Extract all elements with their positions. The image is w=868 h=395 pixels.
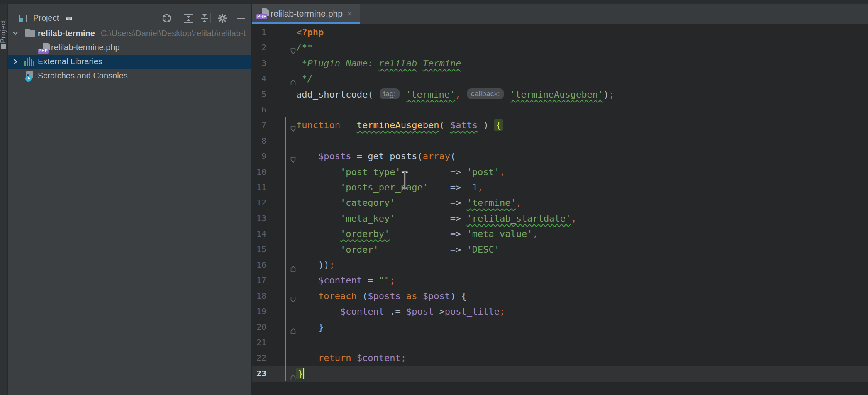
tab-close-icon[interactable]: ×: [347, 9, 352, 19]
code-text: 'meta_key' => 'relilab_startdate',: [296, 211, 577, 226]
line-number[interactable]: 10: [252, 164, 266, 180]
code-text: $content .= $post->post_title;: [296, 304, 505, 319]
code-line[interactable]: 12 'category' => 'termine',: [252, 195, 868, 211]
tree-item-label[interactable]: relilab-termine.php: [51, 43, 120, 52]
project-view-title[interactable]: Project: [33, 13, 59, 23]
code-line[interactable]: 1<?php: [252, 24, 868, 40]
line-number[interactable]: 14: [252, 226, 266, 241]
code-line[interactable]: 16 ));: [252, 257, 868, 273]
tool-window-indicator-icon: [1, 44, 6, 49]
fold-marker-up-icon[interactable]: [290, 261, 296, 268]
php-file-icon: PHP: [256, 8, 269, 19]
fold-marker-down-icon[interactable]: [290, 122, 296, 129]
fold-marker-down-icon[interactable]: [290, 293, 296, 300]
line-number[interactable]: 2: [252, 40, 266, 55]
fold-marker-up-icon[interactable]: [290, 324, 296, 331]
code-text: 'order' => 'DESC': [296, 242, 500, 257]
code-text: $posts = get_posts(array(: [296, 149, 456, 164]
line-number[interactable]: 17: [252, 273, 266, 288]
code-line[interactable]: 4 */: [252, 71, 868, 87]
code-text: foreach ($posts as $post) {: [296, 288, 467, 304]
code-line[interactable]: 21: [252, 335, 868, 351]
line-number[interactable]: 15: [252, 242, 266, 257]
code-lines[interactable]: 1<?php2/**3 *Plugin Name: relilab Termin…: [252, 24, 868, 395]
line-number[interactable]: 6: [252, 102, 266, 117]
code-line[interactable]: 3 *Plugin Name: relilab Termine: [252, 56, 868, 71]
php-file-icon: PHP: [38, 43, 50, 54]
tab-filename[interactable]: relilab-termine.php: [271, 9, 343, 19]
code-line[interactable]: 22 return $content;: [252, 350, 868, 366]
code-line[interactable]: 5add_shortcode( tag: 'termine', callback…: [252, 87, 868, 102]
scratches-icon: ▸: [25, 71, 36, 81]
code-line[interactable]: 10 'post_type' => 'post',: [252, 164, 868, 180]
code-text: }: [296, 319, 324, 335]
code-text: function termineAusgeben( $atts ) {: [296, 117, 503, 133]
line-number[interactable]: 22: [252, 350, 266, 366]
chevron-collapsed-icon[interactable]: [12, 58, 19, 65]
tree-item-external-libraries[interactable]: External Libraries: [8, 55, 251, 69]
line-number[interactable]: 11: [252, 180, 266, 195]
tree-item-label[interactable]: relilab-termine: [38, 29, 95, 38]
line-number[interactable]: 1: [252, 24, 266, 40]
toolbar-divider: [210, 13, 211, 23]
editor-tab-active[interactable]: PHP relilab-termine.php ×: [252, 4, 360, 24]
folder-icon: [25, 29, 36, 37]
project-panel: Project: [8, 4, 251, 395]
line-number[interactable]: 12: [252, 195, 266, 210]
code-line[interactable]: 8: [252, 133, 868, 149]
code-line[interactable]: 23}: [252, 366, 868, 382]
fold-marker-down-icon[interactable]: [290, 153, 296, 160]
code-line[interactable]: 18 foreach ($posts as $post) {: [252, 288, 868, 304]
tree-item-scratches[interactable]: ▸ Scratches and Consoles: [8, 69, 251, 83]
project-view-icon: [19, 15, 27, 22]
line-number[interactable]: 7: [252, 117, 266, 133]
project-stripe-button[interactable]: Project: [0, 10, 7, 43]
code-line[interactable]: 7function termineAusgeben( $atts ) {: [252, 117, 868, 133]
code-text: /**: [296, 40, 313, 55]
line-number[interactable]: 9: [252, 149, 266, 164]
line-number[interactable]: 5: [252, 87, 266, 102]
tree-item-project-root[interactable]: relilab-termine C:\Users\Daniel\Desktop\…: [8, 27, 251, 41]
code-line[interactable]: 15 'order' => 'DESC': [252, 242, 868, 258]
line-number[interactable]: 23: [252, 366, 266, 381]
code-line[interactable]: 11 'posts_per_page' => -1,: [252, 180, 868, 195]
code-line[interactable]: 2/**: [252, 40, 868, 56]
tool-window-stripe: Project: [0, 4, 8, 395]
code-text: }: [296, 366, 305, 381]
chevron-down-icon[interactable]: [66, 17, 72, 20]
code-line[interactable]: 6: [252, 102, 868, 118]
line-number[interactable]: 20: [252, 319, 266, 335]
text-caret: [303, 368, 304, 379]
line-number[interactable]: 8: [252, 133, 266, 149]
code-line[interactable]: 20 }: [252, 319, 868, 335]
code-text: */: [296, 71, 313, 86]
code-line[interactable]: 14 'orderby' => 'meta_value',: [252, 226, 868, 242]
collapse-all-icon[interactable]: [199, 13, 210, 24]
chevron-expanded-icon[interactable]: [12, 30, 19, 37]
settings-gear-icon[interactable]: [217, 13, 228, 24]
tree-item-path: C:\Users\Daniel\Desktop\relilab\relilab-…: [101, 29, 249, 38]
tree-item-label[interactable]: Scratches and Consoles: [38, 71, 128, 80]
fold-marker-up-icon[interactable]: [290, 75, 296, 82]
locate-file-icon[interactable]: [161, 13, 172, 24]
hide-panel-icon[interactable]: [236, 13, 246, 24]
tree-item-label[interactable]: External Libraries: [38, 57, 102, 66]
line-number[interactable]: 3: [252, 56, 266, 71]
line-number[interactable]: 19: [252, 304, 266, 319]
fold-marker-up-icon[interactable]: [290, 370, 296, 377]
project-panel-header: Project: [8, 4, 251, 24]
fold-marker-down-icon[interactable]: [290, 44, 296, 51]
line-number[interactable]: 13: [252, 211, 266, 226]
line-number[interactable]: 18: [252, 288, 266, 304]
code-line[interactable]: 13 'meta_key' => 'relilab_startdate',: [252, 211, 868, 227]
tree-item-php-file[interactable]: PHP relilab-termine.php: [8, 41, 251, 55]
code-line[interactable]: 17 $content = "";: [252, 273, 868, 288]
vcs-added-stripe: [285, 117, 286, 381]
line-number[interactable]: 4: [252, 71, 266, 86]
code-line[interactable]: 9 $posts = get_posts(array(: [252, 149, 868, 164]
editor-area[interactable]: PHP relilab-termine.php × 1<?php2/**3 *P…: [252, 4, 868, 395]
expand-all-icon[interactable]: [183, 13, 194, 24]
line-number[interactable]: 21: [252, 335, 266, 350]
code-line[interactable]: 19 $content .= $post->post_title;: [252, 304, 868, 319]
line-number[interactable]: 16: [252, 257, 266, 273]
